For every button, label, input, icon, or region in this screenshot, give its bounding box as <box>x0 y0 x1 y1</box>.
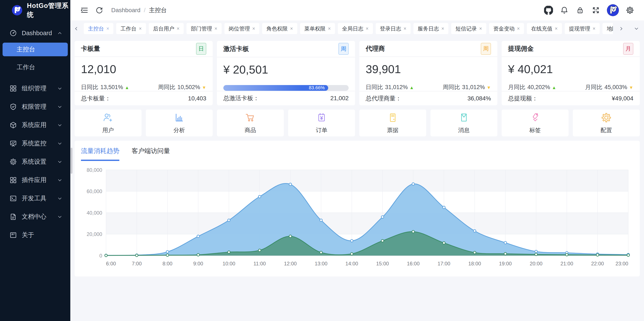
tab-role-permissions[interactable]: 角色权限× <box>262 23 297 34</box>
tab-online-recharge[interactable]: 在线充值× <box>527 23 562 34</box>
action-label: 标签 <box>529 126 541 134</box>
svg-text:40,000: 40,000 <box>87 210 102 216</box>
tab-close-icon[interactable]: × <box>214 26 217 31</box>
tab-close-icon[interactable]: × <box>555 26 558 31</box>
tab-console[interactable]: 主控台× <box>84 23 113 34</box>
action-config[interactable]: 配置 <box>573 110 640 136</box>
breadcrumb-current: 主控台 <box>149 6 167 14</box>
action-receipts[interactable]: 票据 <box>359 110 426 136</box>
sidebar-item-about[interactable]: 关于 <box>0 226 70 244</box>
action-label: 分析 <box>174 126 185 134</box>
tab-close-icon[interactable]: × <box>441 26 444 31</box>
chevron-down-icon <box>58 196 62 200</box>
notification-button[interactable] <box>560 6 569 15</box>
svg-text:9:00: 9:00 <box>193 261 203 266</box>
tab-fund-changes[interactable]: 资金变动× <box>489 23 524 34</box>
tab-workbench[interactable]: 工作台× <box>116 23 146 34</box>
terminal-icon <box>10 194 17 202</box>
sidebar-item-label: 组织管理 <box>22 84 58 93</box>
action-messages[interactable]: 消息 <box>430 110 498 136</box>
period-badge: 日 <box>196 43 206 55</box>
svg-text:22:00: 22:00 <box>591 261 604 266</box>
menu-collapse-button[interactable] <box>80 6 89 15</box>
sidebar-item-docs[interactable]: 文档中心 <box>0 208 70 226</box>
tab-close-icon[interactable]: × <box>139 26 142 31</box>
tab-close-icon[interactable]: × <box>328 26 331 31</box>
sidebar-menu: Dashboard 主控台 工作台 组织管理 <box>0 20 70 244</box>
tab-global-logs[interactable]: 全局日志× <box>338 23 373 34</box>
stat-footer-value: 10,403 <box>188 95 206 102</box>
sidebar-item-label: 主控台 <box>16 45 35 54</box>
tab-login-logs[interactable]: 登录日志× <box>376 23 411 34</box>
trend-up-icon: ▲ <box>552 85 556 90</box>
message-envelope-icon <box>458 112 470 124</box>
action-orders[interactable]: 订单 <box>288 110 355 136</box>
sidebar-item-dev-tools[interactable]: 开发工具 <box>0 189 70 208</box>
sidebar-item-console[interactable]: 主控台 <box>2 43 68 56</box>
sidebar-item-system-settings[interactable]: 系统设置 <box>0 152 70 171</box>
action-users[interactable]: 用户 <box>74 110 142 136</box>
sidebar-item-workbench[interactable]: 工作台 <box>2 60 68 74</box>
sidebar-item-dashboard[interactable]: Dashboard <box>0 24 70 42</box>
fullscreen-button[interactable] <box>591 6 600 15</box>
sidebar-item-organization[interactable]: 组织管理 <box>0 79 70 98</box>
trend-down-icon: ▼ <box>629 85 633 90</box>
refresh-button[interactable] <box>94 6 104 15</box>
action-tags[interactable]: 标签 <box>502 110 568 136</box>
traffic-chart-card: 流量消耗趋势 客户端访问量 020,00040,00060,00080,0006… <box>74 141 640 276</box>
progress-bar: 83.66% <box>223 85 349 91</box>
tab-close-icon[interactable]: × <box>593 26 596 31</box>
svg-text:13:00: 13:00 <box>315 261 328 266</box>
sidebar-item-permissions[interactable]: 权限管理 <box>0 98 70 116</box>
breadcrumb-root[interactable]: Dashboard <box>111 7 140 14</box>
content-scrollbar-thumb[interactable] <box>70 148 72 174</box>
chart-area: 020,00040,00060,00080,0006:007:008:009:0… <box>81 166 633 274</box>
app-logo[interactable]: HotGo管理系统 <box>0 0 70 20</box>
svg-text:16:00: 16:00 <box>407 261 420 266</box>
compare-week: 周同比31,012%▼ <box>443 83 491 91</box>
tab-departments[interactable]: 部门管理× <box>186 23 222 34</box>
tabs-scroll-right-button[interactable] <box>616 23 625 34</box>
lock-screen-button[interactable] <box>576 6 585 15</box>
tab-menu-permissions[interactable]: 菜单权限× <box>300 23 335 34</box>
tab-close-icon[interactable]: × <box>366 26 368 31</box>
tab-close-icon[interactable]: × <box>404 26 406 31</box>
breadcrumb: Dashboard / 主控台 <box>111 6 167 14</box>
tab-service-logs[interactable]: 服务日志× <box>414 23 448 34</box>
action-label: 配置 <box>600 126 612 134</box>
action-goods[interactable]: 商品 <box>217 110 284 136</box>
tab-close-icon[interactable]: × <box>290 26 293 31</box>
compare-day: 日同比31,012%▲ <box>366 83 414 91</box>
sidebar-item-system-monitor[interactable]: 系统监控 <box>0 134 70 152</box>
tab-close-icon[interactable]: × <box>106 26 109 31</box>
svg-text:20:00: 20:00 <box>530 261 542 266</box>
tab-close-icon[interactable]: × <box>177 26 180 31</box>
svg-text:20,000: 20,000 <box>87 231 102 237</box>
tabs-scroll-left-button[interactable] <box>72 23 81 34</box>
chart-tab-traffic-trend[interactable]: 流量消耗趋势 <box>81 147 119 161</box>
tab-close-icon[interactable]: × <box>479 26 482 31</box>
tab-positions[interactable]: 岗位管理× <box>224 23 259 34</box>
cube-icon <box>10 121 17 129</box>
user-avatar[interactable] <box>607 4 619 16</box>
chart-tab-client-visits[interactable]: 客户端访问量 <box>132 147 170 161</box>
sidebar-item-system-apps[interactable]: 系统应用 <box>0 116 70 134</box>
github-button[interactable] <box>544 6 553 15</box>
sidebar-item-plugins[interactable]: 插件应用 <box>0 171 70 189</box>
stat-card-title: 卡板量 <box>81 44 100 53</box>
svg-text:10:00: 10:00 <box>222 261 235 266</box>
tab-close-icon[interactable]: × <box>252 26 255 31</box>
sidebar-item-label: 系统监控 <box>22 139 58 148</box>
tab-withdrawal-mgmt[interactable]: 提现管理× <box>565 23 600 34</box>
compare-day: 日同比13,501%▲ <box>81 83 129 91</box>
stat-card-title: 激活卡板 <box>223 44 249 53</box>
tab-admin-users[interactable]: 后台用户× <box>149 23 184 34</box>
svg-text:7:00: 7:00 <box>132 261 142 266</box>
tab-region-codes[interactable]: 地区编码× <box>602 23 613 34</box>
tab-close-icon[interactable]: × <box>517 26 520 31</box>
settings-button[interactable] <box>625 6 634 15</box>
tab-sms-records[interactable]: 短信记录× <box>451 23 486 34</box>
action-analysis[interactable]: 分析 <box>146 110 213 136</box>
sidebar-item-label: 插件应用 <box>22 176 58 184</box>
tabs-dropdown-button[interactable] <box>632 23 640 34</box>
